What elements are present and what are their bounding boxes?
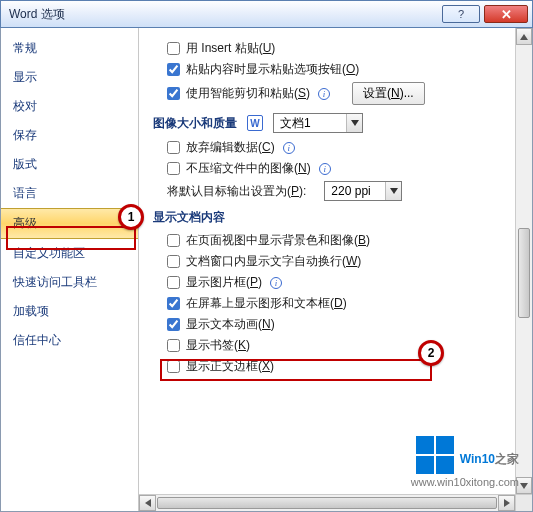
checkbox-text-animation[interactable] xyxy=(167,318,180,331)
dropdown-document[interactable]: 文档1 xyxy=(273,113,363,133)
section-title-image-size: 图像大小和质量 xyxy=(153,115,237,132)
opt-show-picture-frame: 显示图片框(P) i xyxy=(167,274,501,291)
checkbox-insert-paste[interactable] xyxy=(167,42,180,55)
opt-show-drawings: 在屏幕上显示图形和文本框(D) xyxy=(167,295,501,312)
annotation-badge-1: 1 xyxy=(118,204,144,230)
sidebar-item-general[interactable]: 常规 xyxy=(1,34,138,63)
checkbox-paste-options-button[interactable] xyxy=(167,63,180,76)
titlebar: Word 选项 ? ✕ xyxy=(0,0,533,28)
windows-logo-icon xyxy=(416,436,454,474)
section-title-doc-content: 显示文档内容 xyxy=(153,209,225,226)
opt-wrap-to-window: 文档窗口内显示文字自动换行(W) xyxy=(167,253,501,270)
sidebar-item-advanced[interactable]: 高级 xyxy=(1,208,138,239)
section-image-size: 图像大小和质量 W 文档1 xyxy=(153,113,501,133)
dropdown-ppi-value: 220 ppi xyxy=(325,184,376,198)
vertical-scrollbar[interactable] xyxy=(515,28,532,494)
opt-smart-cut-paste: 使用智能剪切和粘贴(S) i 设置(N)... xyxy=(167,82,501,105)
opt-show-bookmarks: 显示书签(K) xyxy=(167,337,501,354)
opt-no-compress-images: 不压缩文件中的图像(N) i xyxy=(167,160,501,177)
watermark-url: www.win10xitong.com xyxy=(411,476,519,488)
label-text-boundaries: 显示正文边框(X) xyxy=(186,358,274,375)
opt-text-animation: 显示文本动画(N) xyxy=(167,316,501,333)
info-icon[interactable]: i xyxy=(318,88,330,100)
scroll-left-button[interactable] xyxy=(139,495,156,511)
dialog-title: Word 选项 xyxy=(9,6,438,23)
checkbox-show-drawings[interactable] xyxy=(167,297,180,310)
scroll-thumb[interactable] xyxy=(518,228,530,318)
help-button[interactable]: ? xyxy=(442,5,480,23)
opt-text-boundaries: 显示正文边框(X) xyxy=(167,358,501,375)
opt-bg-in-page-view: 在页面视图中显示背景色和图像(B) xyxy=(167,232,501,249)
label-wrap-to-window: 文档窗口内显示文字自动换行(W) xyxy=(186,253,361,270)
sidebar-item-save[interactable]: 保存 xyxy=(1,121,138,150)
close-button[interactable]: ✕ xyxy=(484,5,528,23)
sidebar-item-layout[interactable]: 版式 xyxy=(1,150,138,179)
sidebar-item-proofing[interactable]: 校对 xyxy=(1,92,138,121)
watermark-brand: Win10之家 xyxy=(460,441,519,469)
checkbox-wrap-to-window[interactable] xyxy=(167,255,180,268)
label-no-compress-images: 不压缩文件中的图像(N) xyxy=(186,160,311,177)
label-bg-in-page-view: 在页面视图中显示背景色和图像(B) xyxy=(186,232,370,249)
scroll-right-button[interactable] xyxy=(498,495,515,511)
info-icon[interactable]: i xyxy=(270,277,282,289)
scroll-thumb-h[interactable] xyxy=(157,497,497,509)
sidebar-item-trust-center[interactable]: 信任中心 xyxy=(1,326,138,355)
info-icon[interactable]: i xyxy=(319,163,331,175)
section-doc-content: 显示文档内容 xyxy=(153,209,501,226)
label-insert-paste: 用 Insert 粘贴(U) xyxy=(186,40,275,57)
label-smart-cut-paste: 使用智能剪切和粘贴(S) xyxy=(186,85,310,102)
info-icon[interactable]: i xyxy=(283,142,295,154)
checkbox-smart-cut-paste[interactable] xyxy=(167,87,180,100)
dropdown-ppi[interactable]: 220 ppi xyxy=(324,181,402,201)
label-show-drawings: 在屏幕上显示图形和文本框(D) xyxy=(186,295,347,312)
label-paste-options-button: 粘贴内容时显示粘贴选项按钮(O) xyxy=(186,61,359,78)
chevron-down-icon xyxy=(346,114,362,132)
scroll-up-button[interactable] xyxy=(516,28,532,45)
opt-paste-options-button: 粘贴内容时显示粘贴选项按钮(O) xyxy=(167,61,501,78)
label-discard-edit-data: 放弃编辑数据(C) xyxy=(186,139,275,156)
annotation-badge-2: 2 xyxy=(418,340,444,366)
sidebar: 常规 显示 校对 保存 版式 语言 高级 自定义功能区 快速访问工具栏 加载项 … xyxy=(1,28,139,511)
sidebar-item-quick-access[interactable]: 快速访问工具栏 xyxy=(1,268,138,297)
label-text-animation: 显示文本动画(N) xyxy=(186,316,275,333)
opt-insert-paste: 用 Insert 粘贴(U) xyxy=(167,40,501,57)
dropdown-document-value: 文档1 xyxy=(274,115,317,132)
sidebar-item-display[interactable]: 显示 xyxy=(1,63,138,92)
label-default-target-output: 将默认目标输出设置为(P): xyxy=(167,183,306,200)
checkbox-text-boundaries[interactable] xyxy=(167,360,180,373)
label-show-picture-frame: 显示图片框(P) xyxy=(186,274,262,291)
sidebar-item-customize-ribbon[interactable]: 自定义功能区 xyxy=(1,239,138,268)
horizontal-scrollbar[interactable] xyxy=(139,494,515,511)
opt-discard-edit-data: 放弃编辑数据(C) i xyxy=(167,139,501,156)
word-doc-icon: W xyxy=(247,115,263,131)
settings-button[interactable]: 设置(N)... xyxy=(352,82,425,105)
opt-default-target-output: 将默认目标输出设置为(P): 220 ppi xyxy=(167,181,501,201)
sidebar-item-addins[interactable]: 加载项 xyxy=(1,297,138,326)
checkbox-discard-edit-data[interactable] xyxy=(167,141,180,154)
checkbox-show-picture-frame[interactable] xyxy=(167,276,180,289)
checkbox-show-bookmarks[interactable] xyxy=(167,339,180,352)
scroll-corner xyxy=(515,494,532,511)
chevron-down-icon xyxy=(385,182,401,200)
checkbox-bg-in-page-view[interactable] xyxy=(167,234,180,247)
label-show-bookmarks: 显示书签(K) xyxy=(186,337,250,354)
watermark: Win10之家 www.win10xitong.com xyxy=(411,436,519,488)
sidebar-item-language[interactable]: 语言 xyxy=(1,179,138,208)
checkbox-no-compress-images[interactable] xyxy=(167,162,180,175)
